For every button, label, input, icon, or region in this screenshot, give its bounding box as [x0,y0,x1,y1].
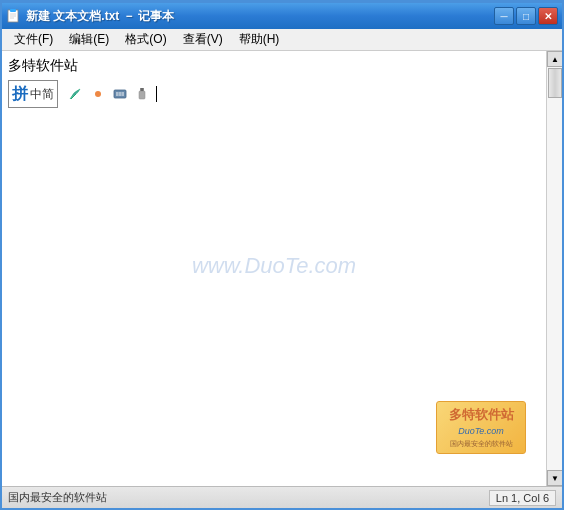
logo-desc-text: 国内最安全的软件站 [443,439,519,450]
titlebar-buttons: ─ □ ✕ [494,7,558,25]
ime-icon-brush[interactable] [66,84,86,104]
watermark: www.DuoTe.com [192,249,356,282]
menu-file[interactable]: 文件(F) [6,29,61,50]
content-wrapper: 多特软件站 拼 中简 [2,51,562,486]
statusbar: 国内最安全的软件站 Ln 1, Col 6 [2,486,562,508]
scroll-thumb[interactable] [548,68,562,98]
logo-box: 多特软件站 DuoTe.com 国内最安全的软件站 [436,401,526,454]
text-line-1: 多特软件站 [8,55,540,76]
menu-edit[interactable]: 编辑(E) [61,29,117,50]
ime-indicator[interactable]: 拼 中简 [8,80,58,108]
status-right-text: Ln 1, Col 6 [489,490,556,506]
main-window: 新建 文本文档.txt － 记事本 ─ □ ✕ 文件(F) 编辑(E) 格式(O… [0,0,564,510]
close-button[interactable]: ✕ [538,7,558,25]
titlebar-left: 新建 文本文档.txt － 记事本 [6,8,174,25]
svg-rect-14 [139,91,145,99]
status-left-text: 国内最安全的软件站 [8,490,107,505]
minimize-button[interactable]: ─ [494,7,514,25]
scroll-up-button[interactable]: ▲ [547,51,562,67]
logo-area: 多特软件站 DuoTe.com 国内最安全的软件站 [436,401,526,456]
scroll-track[interactable] [547,67,562,470]
logo-sub-text: DuoTe.com [443,425,519,439]
svg-rect-1 [10,9,16,12]
ime-toolbar-icons [66,84,152,104]
scrollbar-vertical[interactable]: ▲ ▼ [546,51,562,486]
ime-icon-dot[interactable] [88,84,108,104]
window-title: 新建 文本文档.txt － 记事本 [26,8,174,25]
ime-toolbar-line: 拼 中简 [8,80,540,108]
svg-point-6 [95,91,101,97]
ime-icon-tool[interactable] [132,84,152,104]
restore-button[interactable]: □ [516,7,536,25]
menu-format[interactable]: 格式(O) [117,29,174,50]
scroll-down-button[interactable]: ▼ [547,470,562,486]
content-area: 多特软件站 拼 中简 [2,51,562,508]
ime-mode: 中简 [30,85,54,103]
text-area[interactable]: 多特软件站 拼 中简 [2,51,546,486]
ime-char: 拼 [12,82,28,106]
logo-top-text: 多特软件站 [443,405,519,425]
menu-view[interactable]: 查看(V) [175,29,231,50]
ime-icon-keyboard[interactable] [110,84,130,104]
menubar: 文件(F) 编辑(E) 格式(O) 查看(V) 帮助(H) [2,29,562,51]
text-cursor [156,86,157,102]
menu-help[interactable]: 帮助(H) [231,29,288,50]
notepad-icon [6,8,22,24]
titlebar: 新建 文本文档.txt － 记事本 ─ □ ✕ [2,3,562,29]
